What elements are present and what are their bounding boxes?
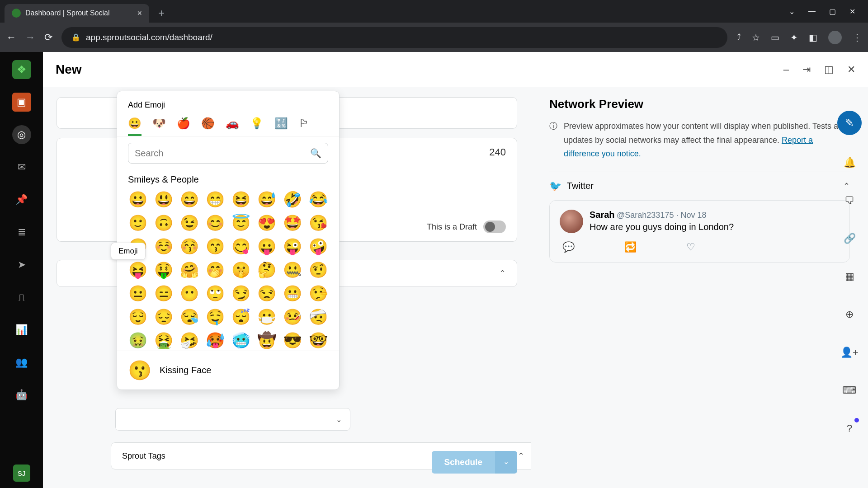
emoji-cell[interactable]: 🥵 — [205, 331, 226, 349]
retweet-icon[interactable]: 🔁 — [624, 241, 637, 253]
close-window-icon[interactable]: ✕ — [849, 7, 855, 16]
add-icon[interactable]: ⊕ — [839, 304, 860, 325]
dock-right-icon[interactable]: ⇥ — [802, 64, 811, 75]
link-icon[interactable]: 🔗 — [839, 228, 860, 249]
emoji-cell[interactable]: 😪 — [179, 308, 200, 326]
emoji-cell[interactable]: 🤥 — [308, 284, 328, 302]
schedule-dropdown-button[interactable]: ⌄ — [495, 451, 517, 474]
back-button[interactable]: ← — [6, 32, 16, 43]
schedule-button[interactable]: Schedule — [432, 451, 495, 474]
maximize-icon[interactable]: ▢ — [829, 7, 836, 16]
emoji-cat-food[interactable]: 🍎 — [177, 117, 190, 136]
minimize-icon[interactable]: ― — [808, 7, 816, 16]
emoji-cell[interactable]: 😃 — [154, 190, 174, 208]
sidepanel-icon[interactable]: ◧ — [809, 32, 817, 43]
emoji-cell[interactable]: 😎 — [282, 331, 302, 349]
emoji-cell[interactable]: 😄 — [179, 190, 200, 208]
emoji-cell[interactable]: 😊 — [205, 214, 226, 232]
emoji-cell[interactable]: 🤨 — [308, 261, 328, 279]
sprout-logo-icon[interactable]: ❖ — [12, 60, 31, 79]
rail-item-pin[interactable]: 📌 — [12, 190, 31, 209]
rail-item-list[interactable]: ≣ — [12, 223, 31, 242]
rail-item-people[interactable]: 👥 — [12, 353, 31, 372]
emoji-cell[interactable]: 🤔 — [256, 261, 277, 279]
rail-item-compass[interactable]: ◎ — [12, 125, 31, 144]
emoji-cell[interactable]: 😑 — [154, 284, 174, 302]
emoji-cell[interactable]: 🤑 — [154, 261, 174, 279]
emoji-cat-symbols[interactable]: 🔣 — [274, 117, 288, 136]
network-header[interactable]: 🐦 Twitter ⌃ — [549, 172, 850, 200]
emoji-scroll[interactable]: Smileys & People 😀😃😄😁😆😅🤣😂🙂🙃😉😊😇😍🤩😘😗☺️😚😙😋😛… — [117, 170, 339, 351]
columns-icon[interactable]: ◫ — [824, 64, 834, 75]
emoji-cat-flags[interactable]: 🏳 — [299, 117, 310, 136]
keyboard-icon[interactable]: ⌨ — [839, 380, 860, 401]
emoji-cell[interactable]: 😂 — [308, 190, 328, 208]
chevron-down-icon[interactable]: ⌄ — [789, 7, 795, 16]
profile-avatar-icon[interactable] — [828, 31, 842, 44]
add-user-icon[interactable]: 👤+ — [839, 342, 860, 363]
emoji-cell[interactable]: 🤭 — [205, 261, 226, 279]
close-composer-icon[interactable]: ✕ — [847, 64, 855, 75]
emoji-cat-activity[interactable]: 🏀 — [201, 117, 215, 136]
install-icon[interactable]: ▭ — [771, 32, 779, 43]
emoji-cell[interactable]: 😛 — [256, 237, 277, 255]
emoji-cell[interactable]: 🙃 — [154, 214, 174, 232]
emoji-cell[interactable]: 🤫 — [231, 261, 251, 279]
emoji-cell[interactable]: 😉 — [179, 214, 200, 232]
emoji-cell[interactable]: 😅 — [256, 190, 277, 208]
emoji-cell[interactable]: 🙄 — [205, 284, 226, 302]
emoji-cell[interactable]: 🤩 — [282, 214, 302, 232]
rail-item-reports[interactable]: 📊 — [12, 320, 31, 339]
emoji-cell[interactable]: 😘 — [308, 214, 328, 232]
emoji-cell[interactable]: 😙 — [205, 237, 226, 255]
time-dropdown[interactable]: ⌄ — [115, 408, 350, 431]
emoji-cell[interactable]: 😚 — [179, 237, 200, 255]
emoji-cell[interactable]: 😌 — [128, 308, 148, 326]
emoji-cell[interactable]: 😏 — [231, 284, 251, 302]
emoji-cell[interactable]: 🤒 — [282, 308, 302, 326]
emoji-cell[interactable]: 😍 — [256, 214, 277, 232]
rail-item-bot[interactable]: 🤖 — [12, 385, 31, 404]
menu-icon[interactable]: ⋮ — [853, 32, 862, 43]
emoji-cell[interactable]: 😔 — [154, 308, 174, 326]
emoji-cell[interactable]: 😆 — [231, 190, 251, 208]
emoji-cell[interactable]: 😁 — [205, 190, 226, 208]
emoji-cell[interactable]: 😇 — [231, 214, 251, 232]
rail-item-inbox[interactable]: ✉ — [12, 158, 31, 177]
emoji-cell[interactable]: 😀 — [128, 190, 148, 208]
emoji-cell[interactable]: 😶 — [179, 284, 200, 302]
rail-item-pulse[interactable]: ⎍ — [12, 288, 31, 307]
like-icon[interactable]: ♡ — [686, 241, 695, 253]
forward-button[interactable]: → — [25, 32, 35, 43]
emoji-cell[interactable]: 🤗 — [179, 261, 200, 279]
emoji-cat-objects[interactable]: 💡 — [250, 117, 264, 136]
emoji-cell[interactable]: 😒 — [256, 284, 277, 302]
rail-item-folder[interactable]: ▣ — [12, 93, 31, 112]
emoji-cell[interactable]: 🤕 — [308, 308, 328, 326]
notifications-icon[interactable]: 🔔 — [839, 152, 860, 173]
emoji-cell[interactable]: 🤢 — [128, 331, 148, 349]
emoji-cell[interactable]: 🤓 — [308, 331, 328, 349]
emoji-cell[interactable]: 😬 — [282, 284, 302, 302]
tab-close-icon[interactable]: × — [137, 9, 142, 18]
reload-button[interactable]: ⟳ — [44, 32, 52, 43]
reply-icon[interactable]: 💬 — [562, 241, 575, 253]
minimize-composer-icon[interactable]: – — [783, 64, 789, 75]
emoji-cell[interactable]: 🤣 — [282, 190, 302, 208]
emoji-cell[interactable]: 🤮 — [154, 331, 174, 349]
emoji-cell[interactable]: 🤤 — [205, 308, 226, 326]
emoji-cell[interactable]: 😐 — [128, 284, 148, 302]
rail-item-send[interactable]: ➤ — [12, 255, 31, 274]
share-icon[interactable]: ⤴ — [736, 32, 741, 42]
compose-fab[interactable]: ✎ — [837, 111, 862, 135]
draft-toggle[interactable] — [483, 221, 506, 233]
emoji-search-input[interactable]: Search 🔍 — [128, 143, 328, 164]
emoji-cell[interactable]: 😋 — [231, 237, 251, 255]
emoji-cell[interactable]: 🤐 — [282, 261, 302, 279]
emoji-cell[interactable]: 😜 — [282, 237, 302, 255]
emoji-cell[interactable]: 🤧 — [179, 331, 200, 349]
emoji-cell[interactable]: 😴 — [231, 308, 251, 326]
emoji-cell[interactable]: 🥶 — [231, 331, 251, 349]
help-icon[interactable]: ? — [839, 418, 860, 439]
user-badge[interactable]: SJ — [13, 465, 30, 482]
